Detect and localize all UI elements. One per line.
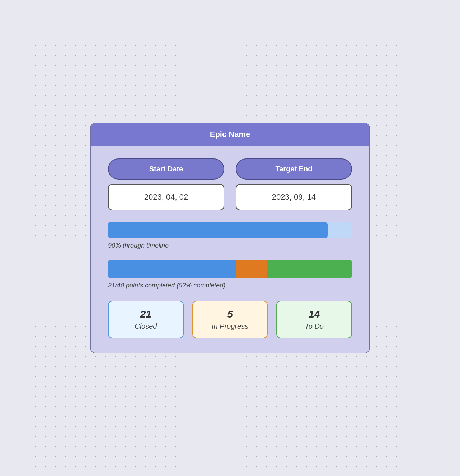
progress-label: 21/40 points completed (52% completed) (108, 282, 352, 289)
epic-title: Epic Name (210, 130, 250, 139)
timeline-bar-background (108, 222, 352, 238)
progress-bar-closed (108, 260, 236, 278)
start-date-col: Start Date 2023, 04, 02 (108, 158, 224, 210)
timeline-bar-fill (108, 222, 328, 238)
stat-card-closed: 21 Closed (108, 301, 184, 338)
card-body: Start Date 2023, 04, 02 Target End 2023,… (91, 146, 369, 353)
inprogress-label: In Progress (212, 322, 248, 330)
stat-card-todo: 14 To Do (276, 301, 352, 338)
epic-card: Epic Name Start Date 2023, 04, 02 Target… (90, 123, 370, 353)
todo-count: 14 (283, 309, 346, 320)
end-date-col: Target End 2023, 09, 14 (236, 158, 352, 210)
start-date-button[interactable]: Start Date (108, 158, 224, 180)
inprogress-count: 5 (199, 309, 262, 320)
end-date-value: 2023, 09, 14 (236, 184, 352, 210)
closed-count: 21 (114, 309, 177, 320)
end-date-button[interactable]: Target End (236, 158, 352, 180)
closed-label: Closed (135, 322, 157, 330)
start-date-value: 2023, 04, 02 (108, 184, 224, 210)
stats-row: 21 Closed 5 In Progress 14 To Do (108, 301, 352, 338)
timeline-label: 90% through timeline (108, 242, 352, 249)
progress-section: 21/40 points completed (52% completed) (108, 260, 352, 289)
stat-card-inprogress: 5 In Progress (192, 301, 268, 338)
progress-bar-todo (267, 260, 352, 278)
date-row: Start Date 2023, 04, 02 Target End 2023,… (108, 158, 352, 210)
card-header: Epic Name (91, 123, 369, 146)
progress-bar-inprogress (236, 260, 267, 278)
todo-label: To Do (305, 322, 324, 330)
progress-bar-background (108, 260, 352, 278)
timeline-section: 90% through timeline (108, 222, 352, 249)
